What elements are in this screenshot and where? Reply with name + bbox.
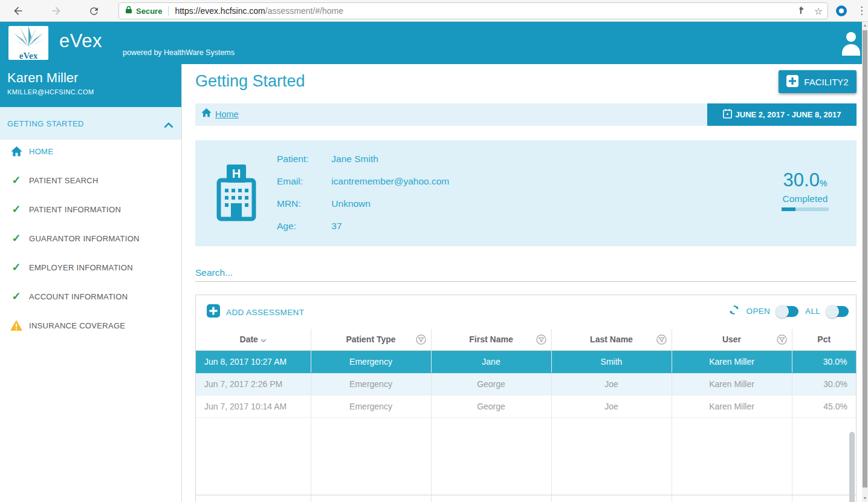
email-row: Email: icantremember@yahoo.com (277, 176, 449, 187)
sidebar-item-account-information[interactable]: ✓ ACCOUNT INFORMATION (0, 282, 181, 311)
grid-scrollbar-thumb[interactable] (849, 432, 855, 502)
column-label: Date (240, 334, 258, 344)
sync-icon[interactable] (728, 304, 740, 318)
cell-last-name: Joe (551, 395, 672, 417)
page-scrollbar[interactable]: ▲ ▼ (862, 22, 868, 502)
all-toggle[interactable] (827, 306, 849, 317)
column-header-pct[interactable]: Pct (792, 329, 856, 350)
main-content: Getting Started FACILITY2 Home JUNE 2, 2… (183, 64, 863, 502)
patient-row: Patient: Jane Smith (277, 154, 378, 165)
sidebar-item-insurance-coverage[interactable]: INSURANCE COVERAGE (0, 311, 181, 340)
table-footer-row (196, 495, 856, 502)
age-label: Age: (277, 221, 329, 232)
table-row[interactable]: Jun 7, 2017 10:14 AM Emergency George Jo… (196, 395, 856, 417)
column-header-patient-type[interactable]: Patient Type (311, 329, 431, 350)
add-assessment-label: ADD ASSESSMENT (226, 308, 304, 317)
table-row[interactable]: Jun 8, 2017 10:27 AM Emergency Jane Smit… (196, 350, 856, 373)
open-toggle[interactable] (777, 306, 798, 317)
scroll-up-icon[interactable]: ▲ (862, 22, 868, 29)
column-label: User (722, 334, 741, 344)
breadcrumb-home-label: Home (215, 109, 239, 119)
brand-name: eVex (59, 30, 102, 52)
filter-icon[interactable] (777, 334, 787, 347)
home-icon (201, 108, 212, 120)
patient-summary-card: H Patient: Jane Smith Email: icantrememb… (195, 140, 857, 246)
cell-patient-type: Emergency (311, 350, 431, 373)
key-icon[interactable] (798, 5, 807, 17)
completion-percent: 30.0 (783, 169, 820, 191)
user-profile-icon[interactable] (840, 30, 862, 56)
cell-last-name: Joe (551, 373, 672, 395)
table-row[interactable]: Jun 7, 2017 2:26 PM Emergency George Joe… (196, 373, 856, 395)
url-path: /assessment/#/home (265, 6, 343, 16)
column-label: First Name (469, 334, 513, 344)
sidebar: Karen Miller KMILLER@HCFSINC.COM GETTING… (0, 64, 182, 502)
app-header: eVex eVex powered by HealthWare Systems (0, 22, 863, 64)
filter-icon[interactable] (536, 334, 546, 347)
search-field-wrap (195, 264, 857, 282)
column-header-date[interactable]: Date (196, 329, 311, 350)
table-empty-area (196, 417, 856, 495)
sidebar-item-label: GUARANTOR INFORMATION (29, 234, 140, 243)
warning-icon (10, 320, 23, 331)
bookmark-star-icon[interactable]: ☆ (814, 5, 823, 17)
filter-icon[interactable] (656, 334, 667, 347)
mrn-value: Unknown (331, 198, 371, 209)
cell-pct: 30.0% (792, 373, 856, 395)
secure-label: Secure (136, 7, 162, 16)
address-bar[interactable]: Secure https://evex.hcfsinc.com/assessme… (118, 2, 828, 19)
facility-button[interactable]: FACILITY2 (779, 70, 857, 93)
assessments-table: Date Patient Type First Name Last Name (196, 329, 857, 502)
address-separator (168, 6, 169, 16)
search-input[interactable] (195, 264, 857, 281)
back-icon[interactable] (10, 3, 26, 19)
sidebar-item-patient-information[interactable]: ✓ PATIENT INFORMATION (0, 195, 181, 224)
sidebar-item-label: ACCOUNT INFORMATION (29, 292, 128, 301)
sidebar-user-block: Karen Miller KMILLER@HCFSINC.COM (0, 64, 181, 107)
sidebar-item-guarantor-information[interactable]: ✓ GUARANTOR INFORMATION (0, 224, 181, 253)
sidebar-user-name: Karen Miller (7, 70, 174, 86)
breadcrumb-home-link[interactable]: Home (201, 108, 239, 120)
cell-first-name: George (431, 395, 551, 417)
brand-tagline: powered by HealthWare Systems (123, 48, 235, 57)
sidebar-item-employer-information[interactable]: ✓ EMPLOYER INFORMATION (0, 253, 181, 282)
sidebar-section-getting-started[interactable]: GETTING STARTED (0, 107, 181, 140)
grid-toolbar: ADD ASSESSMENT OPEN ALL (196, 295, 856, 329)
cell-date: Jun 7, 2017 10:14 AM (196, 395, 311, 417)
cell-user: Karen Miller (672, 395, 792, 417)
patient-label: Patient: (277, 154, 329, 165)
logo-text: eVex (8, 51, 48, 60)
filter-icon[interactable] (416, 334, 426, 347)
browser-extension-icon[interactable] (836, 5, 847, 16)
cell-date: Jun 8, 2017 10:27 AM (196, 350, 311, 373)
breadcrumb-bar: Home JUNE 2, 2017 - JUNE 8, 2017 (195, 103, 857, 126)
cell-date: Jun 7, 2017 2:26 PM (196, 373, 311, 395)
refresh-icon[interactable] (86, 3, 102, 19)
logo-starburst-icon (11, 26, 45, 49)
completion-progress-bar (782, 207, 829, 211)
sidebar-item-home[interactable]: HOME (0, 137, 181, 166)
scroll-down-icon[interactable]: ▼ (862, 495, 868, 502)
add-assessment-button[interactable]: ADD ASSESSMENT (207, 304, 304, 320)
cell-patient-type: Emergency (311, 373, 431, 395)
date-range-label: JUNE 2, 2017 - JUNE 8, 2017 (736, 110, 841, 119)
browser-menu-icon[interactable]: ⋮ (857, 3, 866, 19)
sidebar-section-label: GETTING STARTED (7, 119, 84, 128)
column-header-last-name[interactable]: Last Name (551, 329, 672, 350)
sidebar-item-patient-search[interactable]: ✓ PATIENT SEARCH (0, 166, 181, 195)
evex-logo[interactable]: eVex (8, 26, 48, 60)
assessments-grid-panel: ADD ASSESSMENT OPEN ALL Date (195, 295, 857, 502)
cell-user: Karen Miller (672, 373, 792, 395)
page-scrollbar-thumb[interactable] (863, 30, 867, 487)
sidebar-item-label: INSURANCE COVERAGE (29, 321, 125, 330)
completion-percent-sign: % (820, 178, 827, 188)
column-header-user[interactable]: User (672, 329, 792, 350)
mrn-label: MRN: (277, 198, 329, 209)
sidebar-user-email: KMILLER@HCFSINC.COM (7, 88, 174, 96)
date-range-button[interactable]: JUNE 2, 2017 - JUNE 8, 2017 (707, 103, 857, 126)
facility-plus-icon (786, 75, 798, 89)
patient-value: Jane Smith (331, 154, 378, 164)
forward-icon[interactable] (48, 3, 64, 19)
email-value: icantremember@yahoo.com (331, 176, 449, 186)
column-header-first-name[interactable]: First Name (431, 329, 551, 350)
